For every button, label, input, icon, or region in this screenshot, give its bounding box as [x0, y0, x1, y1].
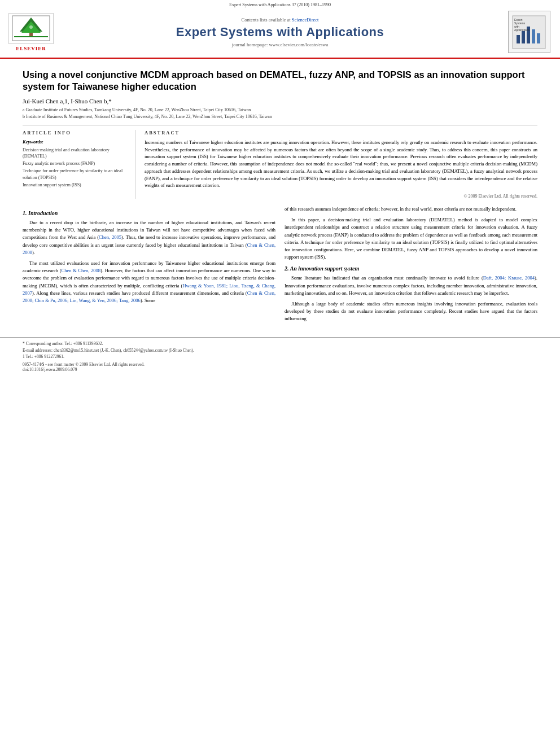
body-col-right: of this research assumes independence of…: [285, 206, 537, 326]
elsevier-tree-svg: [11, 15, 51, 42]
elsevier-wordmark: ELSEVIER: [16, 46, 46, 51]
doi-line: doi:10.1016/j.eswa.2009.06.079: [23, 367, 537, 372]
ref-hwang-1981[interactable]: Hwang & Yoon, 1981; Liou, Tzeng, & Chang…: [23, 283, 275, 296]
footer-area: * Corresponding author. Tel.: +886 91139…: [0, 337, 560, 378]
copyright-line: © 2009 Elsevier Ltd. All rights reserved…: [145, 194, 537, 199]
article-title: Using a novel conjunctive MCDM approach …: [23, 69, 537, 93]
journal-info-top: Expert Systems with Applications 37 (201…: [0, 0, 560, 8]
ref-chen-chen-2008a[interactable]: Chen & Chen, 2008: [23, 242, 275, 255]
section2-para2: Although a large body of academic studie…: [285, 300, 537, 323]
contents-label: Contents lists available at: [242, 17, 291, 23]
article-info-abstract-section: ARTICLE INFO Keywords: Decision-making t…: [23, 125, 537, 199]
email-label: E-mail addresses:: [23, 348, 53, 353]
footer-doi-line: 0957-4174/$ - see front matter © 2009 El…: [23, 362, 537, 372]
section1-para3: of this research assumes independence of…: [285, 206, 537, 213]
keyword-1: Decision-making trial and evaluation lab…: [23, 147, 129, 159]
keyword-2: Fuzzy analytic network process (FANP): [23, 160, 129, 167]
journal-logo-svg: Expert Systems with Applications: [512, 15, 546, 49]
svg-rect-8: [522, 31, 525, 43]
email-line: E-mail addresses: chen3362@ms15.hinet.ne…: [23, 347, 537, 353]
journal-logo-right: Expert Systems with Applications: [504, 11, 554, 53]
svg-text:Applications: Applications: [514, 28, 530, 32]
journal-citation: Expert Systems with Applications 37 (201…: [229, 2, 331, 7]
issn-line: 0957-4174/$ - see front matter © 2009 El…: [23, 362, 537, 367]
ref-daft-2004[interactable]: Daft, 2004; Krause, 2004: [483, 275, 535, 281]
abstract-text: Increasing numbers of Taiwanese higher e…: [145, 139, 537, 189]
authors-line: Jui-Kuei Chen a,1, I-Shuo Chen b,*: [23, 98, 537, 104]
paper-container: Using a novel conjunctive MCDM approach …: [0, 59, 560, 331]
section2-para1: Some literature has indicated that an or…: [285, 274, 537, 297]
article-info-col: ARTICLE INFO Keywords: Decision-making t…: [23, 130, 135, 199]
journal-header: Expert Systems with Applications 37 (201…: [0, 0, 560, 59]
footnote1-line: 1 Tel.: +886 912272961.: [23, 353, 537, 360]
contents-available-line: Contents lists available at ScienceDirec…: [56, 17, 504, 23]
abstract-col: ABSTRACT Increasing numbers of Taiwanese…: [145, 130, 537, 199]
section1-para4: In this paper, a decision-making trial a…: [285, 216, 537, 261]
elsevier-logo: ELSEVIER: [6, 13, 56, 51]
affiliation-b: b Institute of Business & Management, Na…: [23, 113, 537, 120]
keyword-4: Innovation support system (ISS): [23, 182, 129, 188]
keyword-3: Technique for order preference by simila…: [23, 168, 129, 180]
email-jk: chen3362@ms15.hinet.net (J.-K. Chen),: [54, 348, 122, 353]
svg-rect-0: [14, 36, 48, 37]
journal-title: Expert Systems with Applications: [56, 25, 504, 40]
corresponding-author-line: * Corresponding author. Tel.: +886 91139…: [23, 340, 537, 347]
journal-title-block: Contents lists available at ScienceDirec…: [56, 17, 504, 47]
ref-chen-chen-2008c[interactable]: Chen & Chen, 2008; Chin & Pu, 2006; Lin,…: [23, 290, 275, 303]
email-is: ch655244@yahoo.com.tw (I-Shuo Chen).: [123, 348, 194, 353]
body-two-col: 1. Introduction Due to a recent drop in …: [23, 206, 537, 326]
article-info-label: ARTICLE INFO: [23, 130, 129, 136]
abstract-label: ABSTRACT: [145, 130, 537, 136]
body-col-left: 1. Introduction Due to a recent drop in …: [23, 206, 275, 326]
affiliations: a Graduate Institute of Futures Studies,…: [23, 107, 537, 120]
affiliation-a: a Graduate Institute of Futures Studies,…: [23, 107, 537, 113]
keywords-label: Keywords:: [23, 139, 129, 145]
section2-heading: 2. An innovation support system: [285, 265, 537, 272]
svg-rect-7: [517, 35, 520, 43]
section1-para2: The most utilized evaluations used for i…: [23, 260, 275, 304]
elsevier-logo-image: [8, 13, 54, 44]
svg-rect-10: [532, 29, 535, 43]
footnote-corresponding: * Corresponding author. Tel.: +886 91139…: [23, 340, 537, 360]
ref-chen-2005[interactable]: Chen, 2005: [99, 234, 121, 240]
section1-para1: Due to a recent drop in the birthrate, a…: [23, 219, 275, 256]
authors-text: Jui-Kuei Chen a,1, I-Shuo Chen b,*: [23, 98, 112, 104]
sciencedirect-link[interactable]: ScienceDirect: [292, 17, 319, 23]
journal-header-main: ELSEVIER Contents lists available at Sci…: [0, 8, 560, 55]
svg-point-4: [29, 25, 33, 29]
homepage-line: journal homepage: www.elsevier.com/locat…: [56, 42, 504, 47]
svg-rect-11: [537, 33, 540, 43]
section1-heading: 1. Introduction: [23, 210, 275, 216]
journal-logo-box: Expert Systems with Applications: [508, 11, 550, 53]
ref-chen-chen-2008b[interactable]: Chen & Chen, 2008: [62, 268, 101, 273]
